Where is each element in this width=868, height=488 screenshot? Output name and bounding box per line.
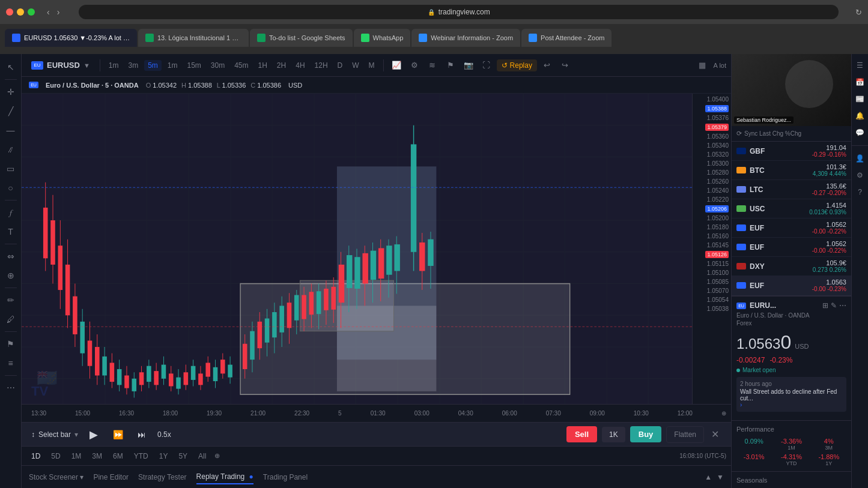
tf-45m[interactable]: 45m (231, 60, 252, 71)
redo-btn[interactable]: ↪ (557, 58, 573, 73)
step-forward-btn[interactable]: ⏩ (109, 426, 126, 443)
select-bar-btn[interactable]: ↕ Select bar ▾ (31, 430, 78, 439)
refresh-button[interactable]: ↻ (855, 8, 862, 17)
alert-btn[interactable]: ⚑ (443, 58, 458, 73)
help-icon[interactable]: ? (854, 185, 867, 199)
screenshot-btn[interactable]: 📷 (461, 58, 476, 73)
strategies-btn[interactable]: ⚙ (407, 58, 422, 73)
more-tools-btn[interactable]: ⋯ (2, 379, 19, 396)
watchlist-item-gbf[interactable]: GBF 191.04 -0.29 -0.16% (732, 142, 851, 161)
messages-icon[interactable]: 💬 (854, 126, 867, 139)
tab-pine-editor[interactable]: Pine Editor (93, 471, 129, 484)
panel-expand-btn[interactable]: ▲ (705, 473, 712, 481)
back-button[interactable]: ‹ (44, 6, 52, 18)
ellipse-tool[interactable]: ○ (2, 179, 19, 196)
buy-button[interactable]: Buy (630, 426, 662, 442)
tf-1m[interactable]: 1m (105, 60, 123, 71)
watchlist-item-btc[interactable]: BTC 101.3€ 4,309 4.44% (732, 161, 851, 180)
tf-bottom-1d[interactable]: 1D (26, 451, 45, 462)
flatten-button[interactable]: Flatten (666, 426, 704, 443)
tf-12h[interactable]: 12H (311, 60, 332, 71)
chart-canvas[interactable]: 1.05400 1.05388 1.05376 1.05379 1.05360 … (22, 94, 731, 404)
tf-30m[interactable]: 30m (207, 60, 228, 71)
address-bar[interactable]: 🔒 tradingview.com (79, 5, 839, 19)
watchlist-icon[interactable]: ☰ (854, 59, 867, 72)
tf-1m2[interactable]: 1m (164, 60, 181, 71)
tab-whatsapp[interactable]: WhatsApp (354, 29, 411, 47)
undo-btn[interactable]: ↩ (539, 58, 555, 73)
play-btn[interactable]: ▶ (85, 426, 102, 443)
channel-tool[interactable]: ⫽ (2, 141, 19, 158)
tf-bottom-ytd[interactable]: YTD (129, 451, 153, 462)
horizontal-line-tool[interactable]: — (2, 122, 19, 139)
detail-grid-icon[interactable]: ⊞ (822, 301, 828, 310)
tab-strategy-tester[interactable]: Strategy Tester (138, 471, 186, 484)
time-axis-expand[interactable]: ⊕ (721, 410, 726, 417)
user-icon[interactable]: 👤 (854, 152, 867, 165)
trend-line-tool[interactable]: ╱ (2, 103, 19, 119)
layout-btn[interactable]: ▦ (694, 58, 710, 73)
watchlist-item-ltc[interactable]: LTC 135.6€ -0.27 -0.20% (732, 180, 851, 199)
tf-bottom-all[interactable]: All (193, 451, 211, 462)
watchlist-item-usc[interactable]: USC 1.4154 0.013€ 0.93% (732, 199, 851, 218)
minimize-window-btn[interactable] (17, 8, 24, 16)
tab-todo[interactable]: To-do list - Google Sheets (250, 29, 353, 47)
tab-attendee[interactable]: Post Attendee - Zoom (521, 29, 612, 47)
tf-bottom-6m[interactable]: 6M (108, 451, 128, 462)
tf-4h[interactable]: 4H (292, 60, 308, 71)
annotation-tool[interactable]: 🖊 (2, 311, 19, 328)
cursor-tool[interactable]: ↖ (2, 59, 19, 76)
close-window-btn[interactable] (6, 8, 13, 16)
rectangle-tool[interactable]: ▭ (2, 160, 19, 177)
tab-tradingview[interactable]: EURUSD 1.05630 ▼-0.23% A lot of Value (5, 29, 137, 47)
watchlist-item-euf3[interactable]: EUF 1.0563 -0.00 -0.23% (732, 276, 851, 295)
tf-1h[interactable]: 1H (255, 60, 271, 71)
maximize-window-btn[interactable] (28, 8, 35, 16)
alerts-icon[interactable]: 🔔 (854, 109, 867, 122)
tab-replay-trading[interactable]: Replay Trading ● (196, 470, 253, 484)
tab-trading-panel[interactable]: Trading Panel (263, 471, 308, 484)
tab-logica[interactable]: 13. Lógica Institucional 1 & 2 - TRADING… (138, 29, 249, 47)
forward-button[interactable]: › (55, 6, 62, 18)
tf-15m[interactable]: 15m (183, 60, 204, 71)
tf-bottom-3m[interactable]: 3M (87, 451, 107, 462)
watchlist-item-euf2[interactable]: EUF 1.0562 -0.00 -0.22% (732, 238, 851, 257)
tf-bottom-1y[interactable]: 1Y (154, 451, 173, 462)
tab-stock-screener[interactable]: Stock Screener ▾ (29, 471, 83, 484)
compare-btn[interactable]: ⊕ (214, 452, 220, 460)
tf-5m[interactable]: 5m (144, 60, 162, 71)
tf-bottom-1m[interactable]: 1M (67, 451, 86, 462)
tf-w[interactable]: W (348, 60, 362, 71)
replay-btn[interactable]: ↺ Replay (497, 59, 537, 71)
tf-bottom-5y[interactable]: 5Y (174, 451, 192, 462)
measure-tool[interactable]: ⇔ (2, 248, 19, 265)
tf-2h[interactable]: 2H (273, 60, 290, 71)
sell-button[interactable]: Sell (566, 426, 597, 442)
brush-tool[interactable]: ✏ (2, 292, 19, 309)
tf-bottom-5d[interactable]: 5D (46, 451, 65, 462)
seasonals-section[interactable]: Seasonals (732, 471, 851, 488)
tf-m[interactable]: M (365, 60, 378, 71)
tf-3m[interactable]: 3m (124, 60, 142, 71)
quantity-button[interactable]: 1K (602, 427, 625, 442)
watchlist-item-dxy[interactable]: DXY 105.9€ 0.273 0.26% (732, 257, 851, 276)
order-tool[interactable]: ≡ (2, 355, 19, 372)
indicators-btn[interactable]: 📈 (389, 58, 404, 73)
crosshair-tool[interactable]: ✛ (2, 83, 19, 100)
close-replay-btn[interactable]: ✕ (709, 426, 721, 442)
zoom-tool[interactable]: ⊕ (2, 267, 19, 284)
news-icon[interactable]: 📰 (854, 92, 867, 106)
calendar-icon[interactable]: 📅 (854, 76, 867, 89)
tf-d[interactable]: D (334, 60, 347, 71)
detail-more-icon[interactable]: ⋯ (839, 301, 846, 310)
text-tool[interactable]: T (2, 223, 19, 240)
symbol-name[interactable]: EURUSD (47, 61, 80, 70)
news-item[interactable]: 2 hours ago Wall Street adds to decline … (736, 377, 846, 412)
fullscreen-btn[interactable]: ⛶ (479, 58, 494, 73)
tab-webinar[interactable]: Webinar Information - Zoom (411, 29, 520, 47)
alert-tool[interactable]: ⚑ (2, 336, 19, 352)
panel-collapse-btn[interactable]: ▼ (717, 473, 724, 481)
drawing-templates-btn[interactable]: ≋ (425, 58, 440, 73)
settings-icon[interactable]: ⚙ (854, 169, 867, 182)
detail-edit-icon[interactable]: ✎ (831, 301, 837, 310)
